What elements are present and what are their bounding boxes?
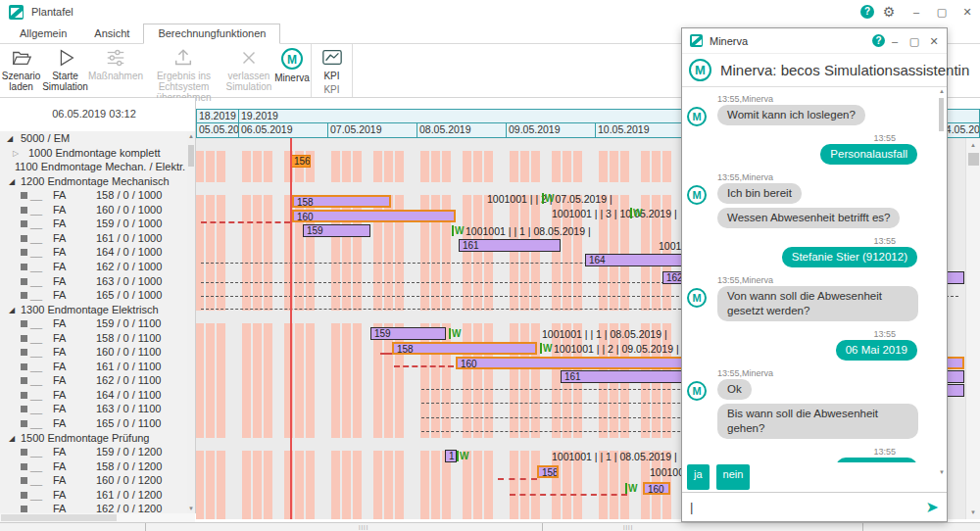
scrollbar-thumb[interactable] [968,153,979,166]
help-icon[interactable]: ? [872,34,885,47]
scroll-up-icon[interactable]: ▲ [187,133,195,139]
assistant-message: 13:55,MinervaMVon wann soll die Abwesenh… [687,275,939,325]
status-square-icon [21,463,27,470]
scroll-up-icon[interactable]: ▲ [938,88,946,94]
tree-group-row[interactable]: 1100 Endmontage Mechan. / Elektr. [0,160,188,174]
day-cell[interactable]: 08.05.2019 [416,123,506,138]
tree-row-fa[interactable]: __FA160 / 0 / 1200 [0,473,188,488]
tab-allgemein[interactable]: Allgemein [6,24,80,43]
minerva-button[interactable]: M Minerva [273,46,311,83]
tab-berechnungfunktionen[interactable]: Berechnungfunktionen [143,24,280,44]
gantt-bar[interactable]: 158 [537,465,559,478]
day-cell[interactable]: 06.05.2019 [238,123,327,138]
tree-expanded-icon[interactable]: ◢ [9,174,15,189]
maximize-button[interactable]: ▢ [905,28,924,54]
tree-row-fa[interactable]: __FA164 / 0 / 1100 [0,388,188,403]
massnahmen-button[interactable]: Maßnahmen [88,46,143,81]
scroll-down-icon[interactable]: ▼ [966,509,980,515]
scroll-down-icon[interactable]: ▼ [187,506,195,511]
minimize-button[interactable]: – [904,0,929,24]
gantt-bar[interactable]: 161 [459,239,561,252]
tree-row-fa[interactable]: __FA163 / 0 / 1100 [0,402,188,416]
tree-expanded-icon[interactable]: ◢ [7,131,13,146]
tree-collapsed-icon[interactable]: ▷ [13,146,19,161]
scrollbar-thumb[interactable] [188,145,194,167]
tree-vertical-scrollbar[interactable]: ▲ ▼ [187,131,195,513]
verlassen-simulation-button[interactable]: verlassen Simulation [224,46,273,92]
underscore-mark: __ [30,260,42,274]
bottom-scrollbar[interactable]: |||| |||| [0,522,980,531]
fa-value: 162 / 0 / 1000 [96,260,162,274]
tree-row-fa[interactable]: __FA163 / 0 / 1000 [0,274,188,289]
tree-group-row[interactable]: ◢1200 Endmontage Mechanisch [0,174,188,189]
tree-row-fa[interactable]: __FA161 / 0 / 1100 [0,360,188,374]
minerva-avatar-icon: M [687,381,707,401]
tree-group-row[interactable]: ◢1300 Endmontage Elektrisch [0,303,188,317]
chat-input[interactable]: | [690,500,926,514]
tree-horizontal-scrollbar[interactable] [0,513,195,522]
tree-row-fa[interactable]: __FA165 / 0 / 1000 [0,288,188,303]
tree-row-fa[interactable]: __FA158 / 0 / 1200 [0,459,188,474]
tree-row-fa[interactable]: __FA158 / 0 / 1100 [0,331,188,346]
tree-row-fa[interactable]: __FA158 / 0 / 1000 [0,188,188,203]
tree-row-fa[interactable]: __FA164 / 0 / 1000 [0,245,188,260]
tree-group-row[interactable]: ▷1000 Endmontage komplett [0,146,188,161]
starte-simulation-button[interactable]: Starte Simulation [42,46,88,92]
gantt-bar[interactable]: 159 [303,224,370,237]
gantt-bar[interactable]: 156 [290,155,311,168]
tree-row-fa[interactable]: __FA160 / 0 / 1000 [0,203,188,217]
gantt-bar[interactable]: 158 [292,195,391,208]
maximize-button[interactable]: ▢ [929,0,955,24]
tree-group-row[interactable]: ◢5000 / EM [0,131,188,146]
day-cell[interactable]: 05.05.2019 [196,123,238,138]
ergebnis-uebernehmen-button[interactable]: Ergebnis ins Echtsystem übernehmen [143,46,224,103]
tree-expanded-icon[interactable]: ◢ [9,431,15,446]
tree-row-fa[interactable]: __FA160 / 0 / 1100 [0,345,188,360]
gantt-bar[interactable]: 160 [643,482,670,495]
message-timestamp: 13:55 [687,447,917,458]
splitter-grip[interactable]: |||| [359,524,368,530]
button-label: verlassen Simulation [224,71,273,92]
tree-row-fa[interactable]: __FA159 / 0 / 1100 [0,316,188,331]
send-icon[interactable]: ➤ [926,498,939,516]
minimize-button[interactable]: – [885,28,905,54]
tree-row-fa[interactable]: __FA161 / 0 / 1200 [0,488,188,503]
scrollbar-thumb[interactable] [939,98,944,131]
gantt-bar[interactable]: 1 [445,450,457,462]
week-cell[interactable]: 18.2019 [196,109,238,123]
tree-header-datetime: 06.05.2019 03:12 [0,108,188,120]
help-icon[interactable]: ? [860,5,874,19]
tree-group-row[interactable]: ◢1500 Endmontage Prüfung [0,431,188,446]
quick-reply-nein-button[interactable]: nein [716,464,751,490]
gear-icon[interactable]: ⚙ [874,4,904,20]
tree-row-fa[interactable]: __FA165 / 0 / 1100 [0,416,188,431]
quick-reply-ja-button[interactable]: ja [687,464,710,490]
tree-row-fa[interactable]: __FA162 / 0 / 1000 [0,260,188,274]
tree-row-fa[interactable]: __FA162 / 0 / 1100 [0,373,188,388]
close-button[interactable]: ✕ [955,0,980,24]
day-cell[interactable]: 10.05.2019 [595,123,684,138]
chat-scrollbar[interactable]: ▲ ▼ [938,88,946,475]
tree-row-fa[interactable]: __FA161 / 0 / 1000 [0,231,188,246]
gantt-vertical-scrollbar[interactable]: ▲ ▼ [965,138,980,519]
gantt-bar[interactable]: 158 [392,342,537,355]
message-timestamp: 13:55,Minerva [687,275,939,286]
scroll-down-icon[interactable]: ▼ [938,469,946,475]
scroll-up-icon[interactable]: ▲ [966,142,980,148]
scrollbar-thumb[interactable] [1,514,117,521]
close-button[interactable]: ✕ [924,28,944,54]
tree-row-fa[interactable]: __FA159 / 0 / 1000 [0,217,188,231]
tree-row-fa[interactable]: __FA159 / 0 / 1200 [0,445,188,459]
day-cell[interactable]: 09.05.2019 [506,123,595,138]
tree-expanded-icon[interactable]: ◢ [9,303,15,317]
splitter-grip[interactable]: |||| [623,524,633,530]
underscore-mark: __ [30,231,42,246]
szenario-laden-button[interactable]: Szenario laden [0,46,42,92]
day-cell[interactable]: 07.05.2019 [327,123,416,138]
tab-ansicht[interactable]: Ansicht [80,24,143,43]
kpi-button[interactable]: KPI [312,46,352,81]
fa-value: 163 / 0 / 1100 [96,402,161,416]
gantt-bar[interactable]: 160 [292,210,456,222]
tree-row-fa[interactable]: __FA162 / 0 / 1200 [0,502,188,513]
gantt-bar[interactable]: 159 [370,327,446,340]
